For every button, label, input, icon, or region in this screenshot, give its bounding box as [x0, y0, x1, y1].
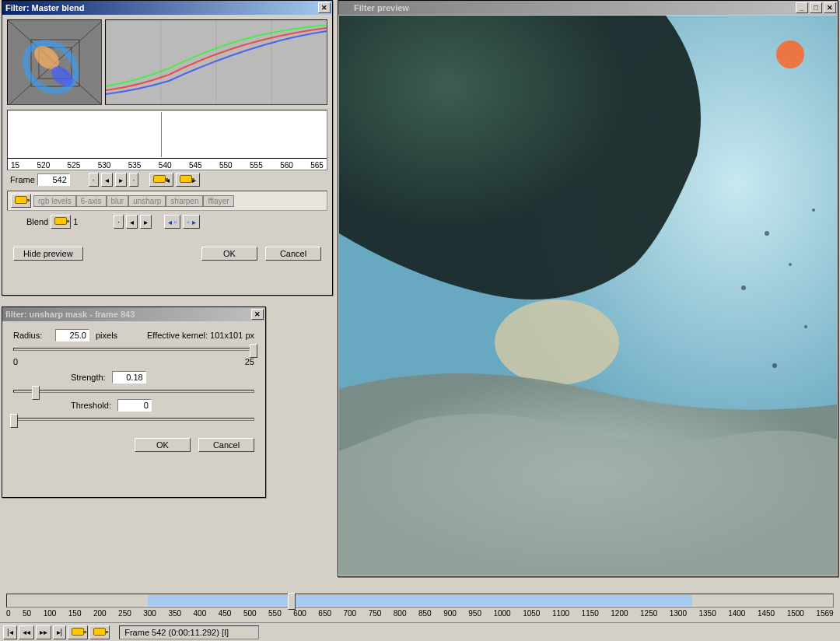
threshold-input[interactable]	[117, 399, 152, 412]
blend-next-button[interactable]: ▸	[140, 215, 152, 229]
histogram-tick: 520	[37, 161, 51, 170]
ok-button[interactable]: OK	[135, 438, 191, 452]
timeline-tick: 1450	[758, 609, 775, 618]
key-icon	[153, 175, 166, 183]
svg-point-5	[765, 231, 769, 236]
timeline-tick: 1200	[611, 609, 628, 618]
histogram-tick: 525	[68, 161, 81, 170]
radius-label: Radius:	[13, 331, 49, 340]
timeline-track[interactable]	[6, 594, 834, 608]
close-button[interactable]: ✕	[318, 2, 331, 13]
frame-input[interactable]	[37, 173, 70, 186]
master-blend-titlebar[interactable]: Filter: Master blend ✕	[2, 1, 332, 15]
frame-nudge-right-button[interactable]: ·	[129, 173, 139, 187]
timeline-tick: 450	[219, 609, 232, 618]
threshold-label: Threshold:	[71, 401, 111, 410]
histogram-tick: 560	[280, 161, 293, 170]
ok-button[interactable]: OK	[201, 247, 257, 261]
timeline-tick: 550	[268, 609, 282, 618]
maximize-button[interactable]: □	[810, 2, 822, 13]
radius-slider[interactable]	[13, 348, 254, 351]
frame-key-next-button[interactable]: ▸	[176, 173, 200, 187]
svg-point-7	[741, 285, 746, 290]
minimize-button[interactable]: _	[796, 2, 808, 13]
key-nav-prev-button[interactable]	[68, 625, 88, 639]
timeline-tick: 1300	[670, 609, 687, 618]
timeline-tick: 1050	[523, 609, 540, 618]
key-icon	[93, 628, 106, 636]
go-end-button[interactable]: ▸|	[53, 625, 67, 639]
key-icon	[180, 175, 192, 183]
key-toggle-button[interactable]	[11, 194, 31, 208]
kernel-label: Effective kernel: 101x101 px	[147, 331, 254, 340]
histogram-tick: 15	[11, 161, 19, 170]
master-blend-window: Filter: Master blend ✕	[2, 0, 333, 296]
close-button[interactable]: ✕	[251, 309, 264, 320]
blend-marker-left-button[interactable]: ◂ ▫	[164, 215, 180, 229]
step-back-button[interactable]: ◂◂	[19, 625, 34, 639]
timeline-tick: 50	[23, 609, 31, 618]
blend-value: 1	[73, 217, 87, 226]
strength-input[interactable]	[112, 371, 146, 384]
frame-nudge-left-button[interactable]: ·	[89, 173, 99, 187]
cancel-button[interactable]: Cancel	[265, 247, 321, 261]
go-start-button[interactable]: |◂	[3, 625, 17, 639]
close-button[interactable]: ✕	[824, 2, 836, 13]
blend-key-button[interactable]	[51, 215, 71, 229]
key-nav-next-button[interactable]	[89, 625, 110, 639]
timeline-tick: 850	[418, 609, 432, 618]
preview-titlebar[interactable]: Filter preview _ □ ✕	[338, 1, 838, 15]
unsharp-titlebar[interactable]: filter: unsharp mask - frame 843 ✕	[2, 307, 265, 321]
cancel-button[interactable]: Cancel	[198, 438, 254, 452]
frame-next-button[interactable]: ▸	[115, 173, 127, 187]
timeline-tick: 500	[243, 609, 257, 618]
filter-tab-6-axis[interactable]: 6-axis	[76, 195, 107, 207]
preview-canvas[interactable]	[339, 16, 837, 576]
step-fwd-button[interactable]: ▸▸	[36, 625, 51, 639]
timeline-tick: 0	[6, 609, 11, 618]
frame-label: Frame	[10, 175, 35, 184]
status-text: Frame 542 (0:00:11.292) [I]	[119, 625, 259, 639]
frame-row: Frame · ◂ ▸ · ◂ ▸	[7, 170, 327, 189]
frame-key-prev-button[interactable]: ◂	[149, 173, 173, 187]
filter-tab-fflayer[interactable]: fflayer	[203, 195, 233, 207]
master-blend-title: Filter: Master blend	[5, 3, 84, 12]
blend-marker-right-button[interactable]: ▫ ▸	[183, 215, 199, 229]
vectorscope[interactable]	[7, 19, 102, 105]
filter-tab-sharpen[interactable]: sharpen	[166, 195, 203, 207]
histogram-tick: 565	[310, 161, 324, 170]
preview-title: Filter preview	[354, 3, 409, 12]
filter-preview-window: Filter preview _ □ ✕	[338, 0, 838, 577]
timeline-tick: 150	[68, 609, 82, 618]
frame-histogram[interactable]: 15520525530535540545550555560565	[7, 110, 327, 170]
histogram-tick: 530	[98, 161, 111, 170]
timeline-tick: 1150	[582, 609, 599, 618]
strength-label: Strength:	[71, 373, 106, 382]
timeline-tick: 200	[93, 609, 107, 618]
frame-prev-button[interactable]: ◂	[101, 173, 113, 187]
threshold-slider[interactable]	[13, 418, 254, 421]
svg-point-10	[812, 208, 815, 212]
timeline: 0501001502002503003504004505005506006507…	[6, 594, 834, 618]
filter-tab-unsharp[interactable]: unsharp	[128, 195, 166, 207]
timeline-tick: 900	[443, 609, 457, 618]
blend-nudge-left-button[interactable]: ·	[114, 215, 124, 229]
timeline-tick: 100	[44, 609, 57, 618]
hide-preview-button[interactable]: Hide preview	[13, 247, 83, 261]
blend-prev-button[interactable]: ◂	[126, 215, 138, 229]
timeline-thumb[interactable]	[288, 593, 296, 610]
unsharp-title: filter: unsharp mask - frame 843	[5, 310, 135, 319]
timeline-tick: 1100	[552, 609, 569, 618]
histogram-tick: 550	[219, 161, 233, 170]
timeline-tick: 400	[194, 609, 207, 618]
filter-tab-blur[interactable]: blur	[107, 195, 129, 207]
histogram-tick: 535	[128, 161, 142, 170]
gear-icon	[341, 3, 351, 12]
radius-input[interactable]	[55, 329, 89, 342]
timeline-tick: 1569	[816, 609, 833, 618]
radius-max: 25	[245, 357, 254, 366]
timeline-tick: 350	[168, 609, 181, 618]
waveform[interactable]	[105, 19, 327, 105]
strength-slider[interactable]	[13, 390, 254, 393]
filter-tab-rgb-levels[interactable]: rgb levels	[33, 195, 76, 207]
